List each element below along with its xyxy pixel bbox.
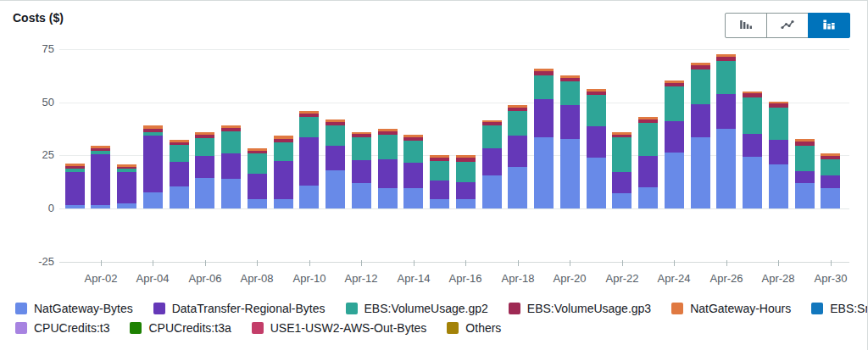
bar[interactable] [91, 146, 110, 208]
bar[interactable] [378, 129, 398, 208]
bar-segment[interactable] [587, 158, 606, 208]
bar-segment[interactable] [299, 186, 319, 208]
bar-segment[interactable] [430, 181, 449, 199]
stacked-bar-chart-view-button[interactable] [808, 13, 850, 38]
bar-segment[interactable] [638, 123, 658, 156]
bar[interactable] [456, 155, 476, 208]
bar-segment[interactable] [534, 99, 554, 137]
bar-segment[interactable] [352, 183, 371, 208]
bar[interactable] [612, 132, 632, 208]
bar-segment[interactable] [378, 135, 398, 159]
bar-segment[interactable] [221, 131, 241, 154]
bar[interactable] [587, 89, 606, 208]
bar-segment[interactable] [665, 153, 684, 208]
bar-segment[interactable] [482, 175, 502, 208]
bar-segment[interactable] [769, 108, 788, 140]
bar[interactable] [691, 63, 710, 208]
bar-segment[interactable] [274, 142, 293, 162]
bar[interactable] [795, 139, 815, 208]
bar[interactable] [482, 120, 502, 209]
bar-segment[interactable] [534, 75, 554, 99]
bar-segment[interactable] [587, 95, 606, 126]
bar-segment[interactable] [352, 137, 371, 160]
bar-segment[interactable] [326, 146, 345, 170]
bar[interactable] [65, 164, 85, 208]
legend-item[interactable]: EBS:SnapshotUsage [811, 302, 868, 315]
bar-segment[interactable] [378, 188, 398, 208]
bar-segment[interactable] [743, 157, 762, 208]
bar-segment[interactable] [716, 94, 736, 129]
bar-segment[interactable] [638, 187, 658, 208]
legend-item[interactable]: NatGateway-Bytes [15, 302, 133, 315]
bar-segment[interactable] [91, 205, 110, 208]
bar-segment[interactable] [795, 183, 815, 208]
bar[interactable] [274, 136, 293, 208]
bar-segment[interactable] [560, 105, 580, 139]
bar-segment[interactable] [195, 156, 214, 178]
bar-segment[interactable] [248, 174, 267, 199]
bar-segment[interactable] [508, 136, 527, 167]
legend-item[interactable]: DataTransfer-Regional-Bytes [153, 302, 326, 315]
bar-segment[interactable] [326, 125, 345, 146]
bar[interactable] [769, 102, 788, 208]
bar-segment[interactable] [612, 137, 632, 171]
bar-segment[interactable] [795, 146, 815, 171]
bar[interactable] [248, 148, 267, 208]
bar-segment[interactable] [117, 172, 136, 203]
bar-segment[interactable] [456, 182, 476, 199]
bar-segment[interactable] [299, 137, 319, 186]
bar-segment[interactable] [403, 163, 423, 189]
bar[interactable] [821, 153, 840, 208]
bar-segment[interactable] [769, 164, 788, 208]
bar[interactable] [352, 132, 371, 208]
legend-item[interactable]: USE1-USW2-AWS-Out-Bytes [252, 321, 427, 335]
bar-segment[interactable] [274, 161, 293, 199]
bar-segment[interactable] [221, 179, 241, 208]
bar[interactable] [508, 105, 527, 208]
bar[interactable] [665, 81, 684, 208]
bar-segment[interactable] [612, 172, 632, 194]
bar-segment[interactable] [65, 172, 85, 205]
bar-segment[interactable] [248, 199, 267, 208]
bar-segment[interactable] [821, 159, 840, 176]
bar-segment[interactable] [821, 188, 840, 208]
legend-item[interactable]: NatGateway-Hours [671, 302, 791, 315]
bar-segment[interactable] [560, 81, 580, 105]
bar-segment[interactable] [274, 199, 293, 208]
bar-segment[interactable] [352, 160, 371, 183]
bar-segment[interactable] [456, 162, 476, 182]
bar[interactable] [195, 132, 214, 208]
bar-segment[interactable] [482, 148, 502, 175]
bar-segment[interactable] [638, 156, 658, 187]
bar-segment[interactable] [821, 175, 840, 188]
bar-segment[interactable] [143, 136, 163, 192]
bar-segment[interactable] [560, 139, 580, 208]
bar-segment[interactable] [769, 140, 788, 164]
bar-segment[interactable] [170, 162, 189, 186]
bar-segment[interactable] [482, 125, 502, 148]
bar-segment[interactable] [403, 141, 423, 162]
bar-segment[interactable] [716, 129, 736, 208]
bar[interactable] [143, 125, 163, 208]
bar-segment[interactable] [612, 193, 632, 208]
bar[interactable] [326, 119, 345, 208]
bar-segment[interactable] [508, 167, 527, 208]
bar-segment[interactable] [430, 199, 449, 208]
bar-segment[interactable] [170, 186, 189, 208]
bar-segment[interactable] [91, 154, 110, 206]
bar-segment[interactable] [508, 111, 527, 136]
bar[interactable] [403, 135, 423, 209]
bar[interactable] [716, 54, 736, 208]
legend-item[interactable]: EBS:VolumeUsage.gp3 [509, 302, 651, 315]
bar-segment[interactable] [691, 137, 710, 208]
bar-segment[interactable] [248, 153, 267, 174]
bar-segment[interactable] [117, 203, 136, 208]
bar-segment[interactable] [691, 104, 710, 137]
bar-segment[interactable] [378, 159, 398, 189]
bar-segment[interactable] [195, 178, 214, 208]
bar-segment[interactable] [143, 192, 163, 208]
bar[interactable] [638, 117, 658, 208]
bar-segment[interactable] [665, 86, 684, 120]
bar[interactable] [170, 140, 189, 208]
bar[interactable] [430, 155, 449, 208]
